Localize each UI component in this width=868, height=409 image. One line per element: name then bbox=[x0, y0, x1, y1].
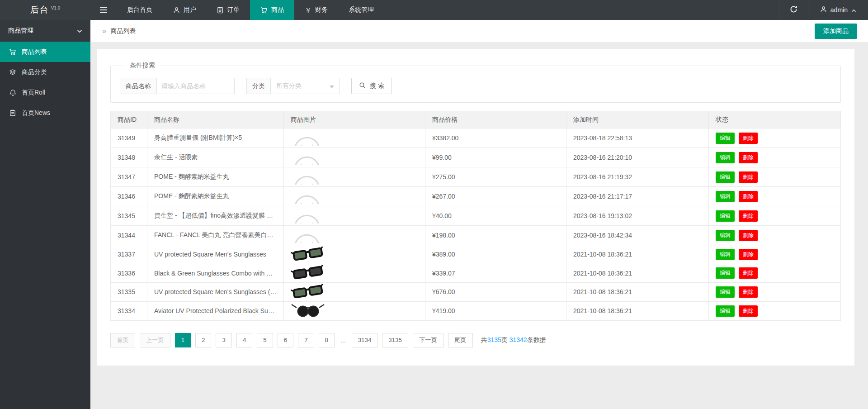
sunglasses-green-icon bbox=[291, 283, 325, 300]
nav-item-label: 财务 bbox=[315, 6, 328, 14]
page-8-button[interactable]: 8 bbox=[319, 333, 335, 347]
nav-item-home[interactable]: 后台首页 bbox=[117, 0, 163, 20]
edit-button[interactable]: 编辑 bbox=[716, 210, 735, 222]
cell-product-id: 31349 bbox=[111, 128, 147, 148]
page-3135-button[interactable]: 3135 bbox=[382, 333, 408, 347]
delete-button[interactable]: 删除 bbox=[739, 230, 758, 241]
sidebar-group-goods[interactable]: 商品管理 bbox=[0, 20, 90, 42]
delete-button[interactable]: 删除 bbox=[739, 267, 758, 279]
table-row: 31335UV protected Square Men's Sunglasse… bbox=[111, 283, 841, 302]
edit-button[interactable]: 编辑 bbox=[716, 230, 735, 241]
nav-item-goods[interactable]: 商品 bbox=[250, 0, 294, 20]
broken-image-icon bbox=[291, 168, 323, 185]
nav-item-system[interactable]: 系统管理 bbox=[338, 0, 384, 20]
card: 条件搜索 商品名称 分类 所有分类 bbox=[97, 49, 854, 366]
cell-product-image bbox=[284, 148, 425, 167]
cell-product-price: ¥198.00 bbox=[425, 226, 566, 245]
nav-item-finance[interactable]: ￥财务 bbox=[294, 0, 338, 20]
edit-button[interactable]: 编辑 bbox=[716, 152, 735, 163]
sidebar-item-label: 首页Roll bbox=[22, 89, 45, 97]
edit-button[interactable]: 编辑 bbox=[716, 305, 735, 317]
product-name-input[interactable] bbox=[157, 78, 235, 94]
edit-button[interactable]: 编辑 bbox=[716, 286, 735, 298]
page-3134-button[interactable]: 3134 bbox=[352, 333, 378, 347]
cell-actions: 编辑删除 bbox=[709, 301, 841, 321]
sidebar-item-label: 商品分类 bbox=[22, 68, 47, 76]
page-last-button[interactable]: 尾页 bbox=[448, 333, 473, 347]
nav-item-users[interactable]: 用户 bbox=[163, 0, 207, 20]
cell-product-image bbox=[284, 264, 425, 283]
cell-product-name: 資生堂 - 【超低價】fino高效滲透護髮膜 紅色 230g... bbox=[147, 206, 284, 226]
cell-product-id: 31337 bbox=[111, 245, 147, 264]
cell-created-time: 2021-10-08 18:36:21 bbox=[566, 301, 709, 321]
cell-created-time: 2021-10-08 18:36:21 bbox=[566, 283, 709, 302]
broken-image-icon bbox=[291, 226, 323, 243]
page-2-button[interactable]: 2 bbox=[195, 333, 211, 347]
edit-button[interactable]: 编辑 bbox=[716, 249, 735, 260]
category-select[interactable]: 所有分类 bbox=[271, 78, 340, 94]
cart-icon bbox=[9, 48, 17, 55]
add-product-button[interactable]: 添加商品 bbox=[815, 24, 857, 39]
edit-button[interactable]: 编辑 bbox=[716, 133, 735, 144]
delete-button[interactable]: 删除 bbox=[739, 249, 758, 260]
sidebar-item-goods-category[interactable]: 商品分类 bbox=[0, 62, 90, 82]
cell-actions: 编辑删除 bbox=[709, 128, 841, 148]
delete-button[interactable]: 删除 bbox=[739, 171, 758, 183]
admin-app: 后台 V1.0 后台首页用户订单商品￥财务系统管理 admin bbox=[0, 0, 868, 409]
page-3-button[interactable]: 3 bbox=[216, 333, 231, 347]
refresh-button[interactable] bbox=[779, 0, 808, 20]
chevron-down-icon bbox=[77, 27, 82, 34]
username: admin bbox=[830, 6, 848, 14]
column-header: 状态 bbox=[709, 111, 841, 128]
delete-button[interactable]: 删除 bbox=[739, 286, 758, 298]
cell-product-name: FANCL - FANCL 美白丸 亮白營養素美白丸 180粒 (... bbox=[147, 226, 284, 245]
cell-product-price: ¥419.00 bbox=[425, 301, 566, 321]
cell-actions: 编辑删除 bbox=[709, 187, 841, 206]
sidebar-items: 商品列表商品分类首页Roll首页News bbox=[0, 42, 90, 123]
page-7-button[interactable]: 7 bbox=[298, 333, 314, 347]
page-1-button[interactable]: 1 bbox=[175, 333, 191, 347]
user-menu[interactable]: admin bbox=[808, 0, 868, 20]
delete-button[interactable]: 删除 bbox=[739, 305, 758, 317]
sidebar-item-home-news[interactable]: 首页News bbox=[0, 103, 90, 123]
yen-icon: ￥ bbox=[305, 7, 311, 14]
edit-button[interactable]: 编辑 bbox=[716, 191, 735, 202]
delete-button[interactable]: 删除 bbox=[739, 210, 758, 222]
sidebar-item-home-roll[interactable]: 首页Roll bbox=[0, 82, 90, 103]
sidebar-item-goods-list[interactable]: 商品列表 bbox=[0, 42, 90, 62]
cell-product-id: 31347 bbox=[111, 167, 147, 187]
delete-button[interactable]: 删除 bbox=[739, 191, 758, 202]
breadcrumb: » 商品列表 添加商品 bbox=[90, 20, 868, 42]
page-5-button[interactable]: 5 bbox=[257, 333, 273, 347]
cell-product-price: ¥389.00 bbox=[425, 245, 566, 264]
category-select-value: 所有分类 bbox=[276, 82, 302, 90]
nav-item-label: 商品 bbox=[271, 6, 284, 14]
page-4-button[interactable]: 4 bbox=[236, 333, 252, 347]
cell-product-image bbox=[284, 167, 425, 187]
page-6-button[interactable]: 6 bbox=[278, 333, 293, 347]
edit-button[interactable]: 编辑 bbox=[716, 267, 735, 279]
hamburger-icon[interactable] bbox=[90, 0, 117, 20]
nav-item-orders[interactable]: 订单 bbox=[207, 0, 250, 20]
nav-menu: 后台首页用户订单商品￥财务系统管理 bbox=[117, 0, 384, 20]
table-row: 31337UV protected Square Men's Sunglasse… bbox=[111, 245, 841, 264]
table-row: 31345資生堂 - 【超低價】fino高效滲透護髮膜 紅色 230g...¥4… bbox=[111, 206, 841, 226]
summary-records-word: 条数据 bbox=[527, 336, 546, 343]
broken-image-icon bbox=[291, 129, 323, 146]
delete-button[interactable]: 删除 bbox=[739, 152, 758, 163]
search-button-label: 搜 索 bbox=[370, 82, 384, 90]
page-next-button[interactable]: 下一页 bbox=[413, 333, 443, 347]
column-header: 商品ID bbox=[111, 111, 147, 128]
cell-product-price: ¥267.00 bbox=[425, 187, 566, 206]
summary-prefix: 共 bbox=[481, 336, 487, 343]
delete-button[interactable]: 删除 bbox=[739, 133, 758, 144]
cell-product-id: 31345 bbox=[111, 206, 147, 226]
sidebar-item-label: 商品列表 bbox=[22, 48, 47, 56]
search-row: 商品名称 分类 所有分类 bbox=[120, 78, 831, 94]
edit-button[interactable]: 编辑 bbox=[716, 171, 735, 183]
cell-product-name: 身高體重測量儀 (附BMI計算)×5 bbox=[147, 128, 284, 148]
cell-product-image bbox=[284, 187, 425, 206]
nav-item-label: 用户 bbox=[184, 6, 196, 14]
cell-product-id: 31346 bbox=[111, 187, 147, 206]
search-button[interactable]: 搜 索 bbox=[351, 78, 392, 94]
